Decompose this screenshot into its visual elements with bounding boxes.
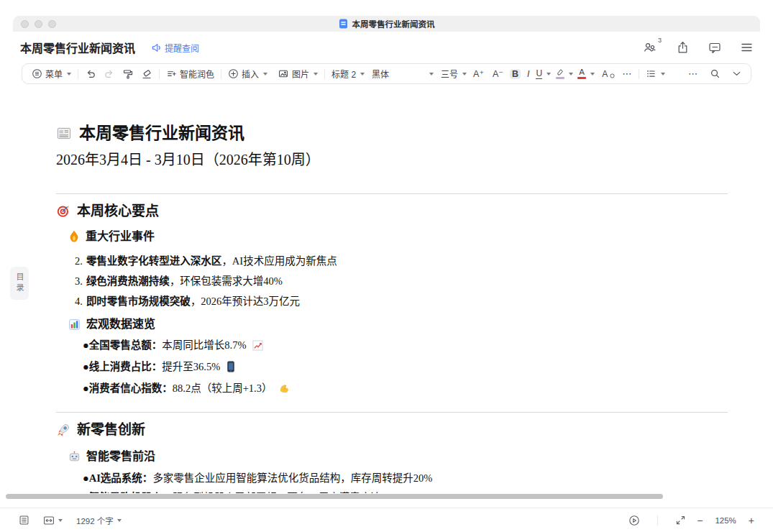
menu-button[interactable]: 菜单 (32, 68, 71, 80)
outline-view-button[interactable] (19, 515, 29, 526)
item-rest: 88.2点（较上周+1.3） (173, 382, 273, 394)
section-innovation-text: 新零售创新 (77, 421, 145, 439)
word-count-button[interactable]: 1292 个字 (76, 515, 122, 526)
more-tools-button[interactable]: ⋯ (622, 68, 632, 79)
collapse-toolbar-button[interactable] (732, 70, 741, 77)
redo-button[interactable] (104, 68, 115, 79)
item-rest: 本周同比增长8.7% (162, 339, 246, 351)
caret-down-icon (58, 519, 63, 522)
bar-chart-emoji-icon (68, 318, 81, 331)
undo-button[interactable] (85, 68, 96, 79)
traffic-light-close[interactable] (21, 20, 29, 28)
item-rest: ，AI技术应用成为新焦点 (221, 255, 337, 267)
word-count-label: 1292 个字 (76, 515, 114, 526)
insert-button[interactable]: 插入 (228, 68, 267, 80)
list-item: 4.即时零售市场规模突破，2026年预计达3万亿元 (75, 291, 728, 311)
item-lead: 零售业数字化转型进入深水区 (86, 255, 222, 267)
zoom-out-button[interactable]: − (697, 515, 703, 526)
font-family-select[interactable]: 黑体 (372, 68, 434, 80)
underline-label: U (536, 69, 542, 79)
more-text-format-button[interactable]: A (602, 69, 615, 79)
smart-list: ●AI选品系统：多家零售企业应用智能算法优化货品结构，库存周转提升20% ●智能… (83, 469, 728, 493)
list-item: 3.绿色消费热潮持续，环保包装需求大增40% (75, 271, 728, 291)
content-divider (56, 193, 728, 194)
target-emoji-icon (56, 204, 70, 219)
insert-plus-icon (228, 68, 239, 79)
fullscreen-button[interactable] (675, 515, 686, 526)
toc-tab[interactable]: 目录 (10, 267, 29, 300)
section-smart-text: 智能零售前沿 (86, 448, 155, 465)
item-rest: 提升至36.5% (162, 361, 220, 372)
section-events-text: 重大行业事件 (86, 228, 155, 245)
menu-circle-icon (32, 68, 42, 79)
fire-emoji-icon (68, 230, 80, 243)
section-innovation-heading: 新零售创新 (56, 421, 728, 439)
list-item: ●AI选品系统：多家零售企业应用智能算法优化货品结构，库存周转提升20% (83, 469, 728, 488)
present-mode-button[interactable] (628, 515, 640, 526)
paragraph-style-select[interactable]: 标题 2 (331, 68, 365, 80)
decrease-font-button[interactable]: A⁻ (490, 68, 506, 79)
list-button[interactable] (646, 68, 665, 79)
toolbar-divider (159, 69, 160, 79)
smart-polish-label: 智能润色 (180, 68, 214, 80)
collaborators-button[interactable]: 3 (643, 41, 657, 54)
list-item: ●线上消费占比：提升至36.5% (83, 356, 728, 377)
section-events-heading: 重大行业事件 (68, 228, 728, 245)
highlight-color-button[interactable] (555, 68, 573, 79)
mobile-phone-emoji-icon (227, 361, 235, 372)
rocket-emoji-icon (56, 423, 70, 437)
event-list: 2.零售业数字化转型进入深水区，AI技术应用成为新焦点 3.绿色消费热潮持续，环… (75, 251, 728, 311)
item-number: 4. (75, 295, 83, 307)
item-lead: 绿色消费热潮持续 (86, 275, 170, 287)
item-lead: ●消费者信心指数： (83, 382, 173, 394)
search-button[interactable] (710, 68, 721, 79)
image-icon (278, 68, 289, 79)
newspaper-emoji-icon (56, 126, 72, 141)
page-width-button[interactable] (43, 515, 63, 526)
font-size-value: 三号 (441, 68, 458, 80)
status-bar: 1292 个字 − 125% + (0, 508, 773, 532)
content-divider (56, 412, 728, 413)
traffic-light-minimize[interactable] (35, 20, 42, 28)
font-color-button[interactable]: A (577, 68, 595, 79)
font-family-value: 黑体 (372, 68, 389, 80)
editor-toolbar: 菜单 智能润色 插入 图片 标题 2 (22, 63, 751, 84)
toolbar-divider (639, 69, 639, 79)
toolbar-divider (324, 69, 325, 79)
more-paragraph-button[interactable]: ⋯ (688, 68, 698, 79)
font-color-label: A (579, 68, 585, 75)
increase-font-button[interactable]: A⁺ (471, 68, 486, 79)
share-icon[interactable] (677, 41, 689, 54)
image-label: 图片 (292, 68, 309, 80)
comment-icon[interactable] (708, 42, 721, 54)
image-button[interactable]: 图片 (278, 68, 318, 80)
header-actions: 3 (643, 41, 753, 54)
section-core-heading: 本周核心要点 (56, 202, 728, 221)
italic-button[interactable]: I (525, 69, 531, 79)
robot-emoji-icon (68, 451, 81, 463)
status-divider (657, 515, 658, 526)
item-lead: ●智能导购机器人： (83, 492, 173, 493)
list-item: ●消费者信心指数：88.2点（较上周+1.3） (83, 377, 728, 399)
hamburger-menu-icon[interactable] (741, 42, 753, 52)
caret-down-icon (462, 73, 467, 75)
list-item: ●智能导购机器人：服务型机器人已部署超10万台，用户满意度达95% (83, 488, 728, 493)
document-header: 本周零售行业新闻资讯 提醒查阅 3 (0, 34, 773, 61)
menu-label: 菜单 (45, 68, 63, 80)
zoom-in-button[interactable]: + (749, 515, 754, 526)
collaborators-count-badge: 3 (658, 37, 662, 44)
remind-review-link[interactable]: 提醒查阅 (151, 42, 199, 54)
status-left-group: 1292 个字 (19, 515, 122, 526)
clear-format-eraser-button[interactable] (141, 68, 152, 80)
traffic-light-zoom[interactable] (48, 20, 56, 28)
font-size-select[interactable]: 三号 (441, 68, 467, 80)
horizontal-scrollbar[interactable] (6, 494, 663, 499)
bold-button[interactable]: B (510, 69, 521, 79)
underline-button[interactable]: U (536, 69, 551, 79)
format-painter-button[interactable] (122, 68, 134, 80)
window-title-group: 本周零售行业新闻资讯 (13, 16, 760, 32)
document-canvas[interactable]: 本周零售行业新闻资讯 2026年3月4日 - 3月10日（2026年第10周） … (56, 115, 728, 493)
smart-polish-button[interactable]: 智能润色 (166, 68, 214, 80)
item-rest: 服务型机器人已部署超10万台，用户满意度达95% (173, 492, 401, 493)
zoom-level-label: 125% (715, 516, 736, 525)
